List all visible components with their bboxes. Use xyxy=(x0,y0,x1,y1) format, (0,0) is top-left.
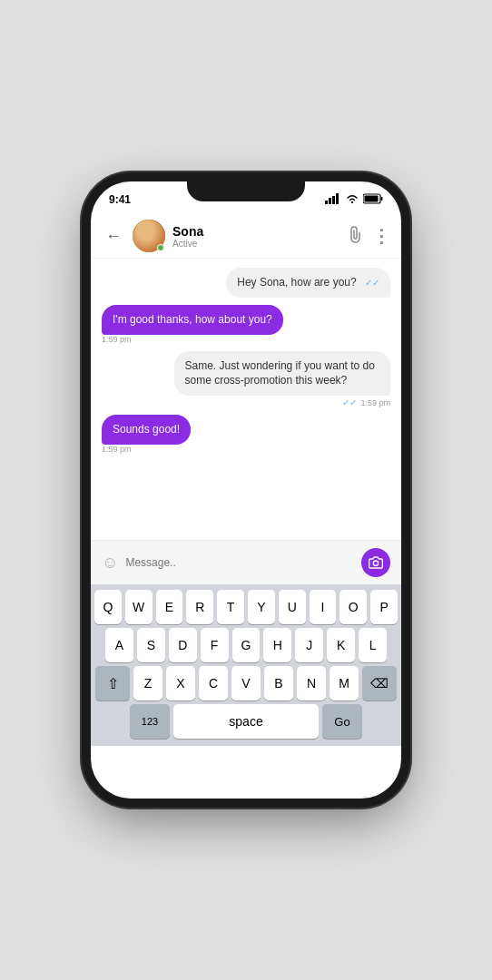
contact-status: Active xyxy=(172,239,339,249)
message-bubble: I'm good thanks, how about you? xyxy=(102,305,283,335)
keyboard-row-1: Q W E R T Y U I O P xyxy=(94,590,398,624)
message-text: Same. Just wondering if you want to do s… xyxy=(185,359,375,387)
message-row: Hey Sona, how are you? ✓✓ xyxy=(102,268,390,298)
battery-icon xyxy=(363,193,383,206)
key-r[interactable]: R xyxy=(186,590,213,624)
svg-rect-1 xyxy=(329,198,331,204)
message-time: 1:59 pm xyxy=(102,335,132,344)
camera-button[interactable] xyxy=(361,548,390,577)
numbers-key[interactable]: 123 xyxy=(130,704,170,739)
key-c[interactable]: C xyxy=(199,666,228,701)
message-bubble: Sounds good! xyxy=(102,415,191,445)
message-time: 1:59 pm xyxy=(360,398,390,407)
messages-area: Hey Sona, how are you? ✓✓ I'm good thank… xyxy=(91,259,401,540)
key-m[interactable]: M xyxy=(330,666,359,701)
space-key[interactable]: space xyxy=(173,704,319,739)
key-s[interactable]: S xyxy=(137,628,165,662)
emoji-button[interactable]: ☺ xyxy=(102,554,118,573)
status-time: 9:41 xyxy=(109,193,131,206)
key-e[interactable]: E xyxy=(156,590,183,624)
keyboard-row-3: ⇧ Z X C V B N M ⌫ xyxy=(94,666,398,701)
svg-point-4 xyxy=(351,201,353,203)
key-v[interactable]: V xyxy=(231,666,261,701)
message-input[interactable] xyxy=(125,556,354,569)
signal-icon xyxy=(325,193,341,206)
online-dot xyxy=(157,244,164,251)
chat-header: ← Sona Active ⋮ xyxy=(91,214,401,259)
key-y[interactable]: Y xyxy=(248,590,275,624)
message-bubble: Hey Sona, how are you? ✓✓ xyxy=(226,268,390,298)
input-area: ☺ xyxy=(91,540,401,584)
notch xyxy=(187,181,305,201)
message-row: Same. Just wondering if you want to do s… xyxy=(102,351,390,408)
contact-name: Sona xyxy=(172,224,339,239)
message-row: Sounds good! 1:59 pm xyxy=(102,415,390,454)
svg-rect-7 xyxy=(365,196,379,202)
contact-info: Sona Active xyxy=(172,224,339,249)
read-ticks: ✓✓ xyxy=(365,278,379,288)
key-z[interactable]: Z xyxy=(133,666,162,701)
message-row: I'm good thanks, how about you? 1:59 pm xyxy=(102,305,390,344)
key-g[interactable]: G xyxy=(232,628,261,662)
wifi-icon xyxy=(345,193,359,207)
key-h[interactable]: H xyxy=(263,628,291,662)
key-k[interactable]: K xyxy=(327,628,355,662)
read-ticks: ✓✓ xyxy=(342,397,357,407)
svg-rect-6 xyxy=(381,197,383,201)
key-p[interactable]: P xyxy=(370,590,398,624)
key-q[interactable]: Q xyxy=(94,590,122,624)
svg-rect-2 xyxy=(332,196,335,204)
status-icons xyxy=(325,193,383,207)
key-w[interactable]: W xyxy=(125,590,153,624)
back-button[interactable]: ← xyxy=(102,225,125,248)
key-o[interactable]: O xyxy=(339,590,367,624)
avatar-container xyxy=(133,220,165,252)
key-f[interactable]: F xyxy=(201,628,229,662)
shift-key[interactable]: ⇧ xyxy=(95,666,130,701)
message-time: 1:59 pm xyxy=(102,445,132,454)
svg-point-8 xyxy=(373,561,378,565)
keyboard: Q W E R T Y U I O P A S D F G H J K L ⇧ … xyxy=(91,584,401,746)
key-l[interactable]: L xyxy=(359,628,387,662)
key-u[interactable]: U xyxy=(279,590,306,624)
key-x[interactable]: X xyxy=(166,666,195,701)
phone-frame: 9:41 xyxy=(91,181,401,799)
message-text: I'm good thanks, how about you? xyxy=(113,313,272,326)
header-actions: ⋮ xyxy=(347,225,390,247)
key-a[interactable]: A xyxy=(105,628,133,662)
go-key[interactable]: Go xyxy=(322,704,362,739)
svg-rect-3 xyxy=(336,193,339,204)
key-t[interactable]: T xyxy=(217,590,244,624)
keyboard-row-2: A S D F G H J K L xyxy=(94,628,398,662)
keyboard-bottom-row: 123 space Go xyxy=(94,704,398,739)
svg-rect-0 xyxy=(325,201,328,204)
key-d[interactable]: D xyxy=(169,628,197,662)
message-bubble: Same. Just wondering if you want to do s… xyxy=(174,351,391,397)
key-n[interactable]: N xyxy=(297,666,326,701)
key-j[interactable]: J xyxy=(295,628,323,662)
key-i[interactable]: I xyxy=(310,590,337,624)
key-b[interactable]: B xyxy=(264,666,293,701)
more-icon[interactable]: ⋮ xyxy=(372,225,390,247)
attach-icon[interactable] xyxy=(347,225,361,247)
message-text: Hey Sona, how are you? xyxy=(237,276,356,289)
message-text: Sounds good! xyxy=(113,423,180,436)
backspace-key[interactable]: ⌫ xyxy=(362,666,397,701)
